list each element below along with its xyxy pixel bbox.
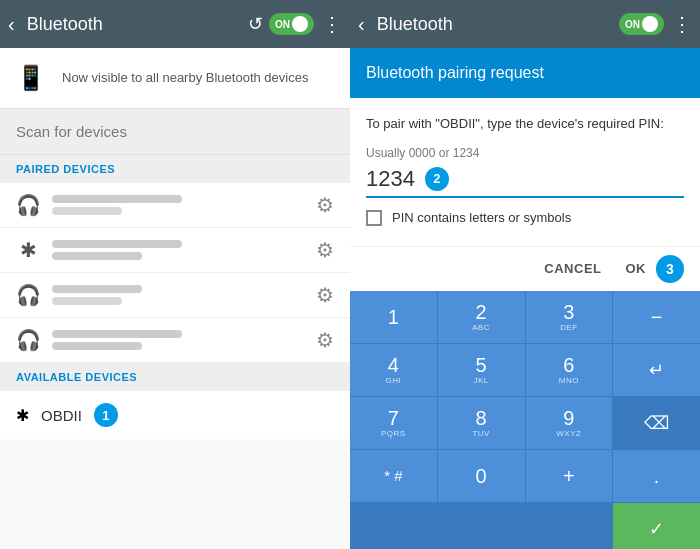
left-more-button[interactable]: ⋮ <box>322 12 342 36</box>
settings-icon[interactable]: ⚙ <box>316 193 334 217</box>
key-7[interactable]: 7 PQRS <box>350 397 437 449</box>
device-status-blur <box>52 252 142 260</box>
numeric-keyboard: 1 2 ABC 3 DEF − 4 GHI 5 JKL 6 MNO ↵ <box>350 291 700 550</box>
device-info <box>52 195 304 215</box>
device-status-blur <box>52 342 142 350</box>
refresh-icon[interactable]: ↺ <box>248 13 263 35</box>
bluetooth-icon: ✱ <box>16 406 29 425</box>
list-item: 🎧 ⚙ <box>0 318 350 363</box>
right-back-button[interactable]: ‹ <box>358 13 365 36</box>
step-1-badge: 1 <box>94 403 118 427</box>
pin-checkbox[interactable] <box>366 210 382 226</box>
key-minus[interactable]: − <box>613 291 700 343</box>
left-top-bar: ‹ Bluetooth ↺ ON ⋮ <box>0 0 350 48</box>
key-5[interactable]: 5 JKL <box>438 344 525 396</box>
headphones-icon: 🎧 <box>16 193 40 217</box>
key-plus[interactable]: + <box>526 450 613 502</box>
device-name-blur <box>52 330 182 338</box>
pin-checkbox-row[interactable]: PIN contains letters or symbols <box>366 210 684 226</box>
device-info <box>52 240 304 260</box>
pairing-dialog: Bluetooth pairing request To pair with "… <box>350 48 700 291</box>
obdii-name: OBDII <box>41 407 82 424</box>
settings-icon[interactable]: ⚙ <box>316 238 334 262</box>
right-bluetooth-toggle[interactable]: ON <box>619 13 664 35</box>
step-2-badge: 2 <box>425 167 449 191</box>
headphones-icon: 🎧 <box>16 328 40 352</box>
cancel-button[interactable]: CANCEL <box>536 255 609 282</box>
key-8[interactable]: 8 TUV <box>438 397 525 449</box>
ok-button-row: OK 3 <box>626 255 685 283</box>
device-name-blur <box>52 195 182 203</box>
key-9[interactable]: 9 WXYZ <box>526 397 613 449</box>
available-section-header: AVAILABLE DEVICES <box>0 363 350 391</box>
list-item: 🎧 ⚙ <box>0 273 350 318</box>
visibility-text: Now visible to all nearby Bluetooth devi… <box>62 69 308 87</box>
settings-icon[interactable]: ⚙ <box>316 328 334 352</box>
left-title: Bluetooth <box>27 14 248 35</box>
list-item: 🎧 ⚙ <box>0 183 350 228</box>
dialog-hint: Usually 0000 or 1234 <box>366 146 684 160</box>
pin-input-row: 1234 2 <box>366 166 684 198</box>
left-panel: ‹ Bluetooth ↺ ON ⋮ 📱 Now visible to all … <box>0 0 350 549</box>
settings-icon[interactable]: ⚙ <box>316 283 334 307</box>
headphones-icon: 🎧 <box>16 283 40 307</box>
device-info <box>52 285 304 305</box>
device-name-blur <box>52 285 142 293</box>
left-back-button[interactable]: ‹ <box>8 13 15 36</box>
list-item: ✱ ⚙ <box>0 228 350 273</box>
scan-bar[interactable]: Scan for devices <box>0 109 350 155</box>
left-toggle-area: ↺ ON <box>248 13 314 35</box>
key-2[interactable]: 2 ABC <box>438 291 525 343</box>
device-info <box>52 330 304 350</box>
key-1[interactable]: 1 <box>350 291 437 343</box>
dialog-body: To pair with "OBDII", type the device's … <box>350 98 700 246</box>
obdii-device-item[interactable]: ✱ OBDII 1 <box>0 391 350 439</box>
right-more-button[interactable]: ⋮ <box>672 12 692 36</box>
step-3-badge: 3 <box>656 255 684 283</box>
key-newline[interactable]: ↵ <box>613 344 700 396</box>
key-backspace[interactable]: ⌫ <box>613 397 700 449</box>
right-title: Bluetooth <box>377 14 619 35</box>
bluetooth-toggle[interactable]: ON <box>269 13 314 35</box>
key-star-hash[interactable]: * # <box>350 450 437 502</box>
device-visibility-row: 📱 Now visible to all nearby Bluetooth de… <box>0 48 350 109</box>
device-status-blur <box>52 297 122 305</box>
toggle-circle <box>292 16 308 32</box>
key-6[interactable]: 6 MNO <box>526 344 613 396</box>
scan-label: Scan for devices <box>16 123 127 140</box>
dialog-title: Bluetooth pairing request <box>350 48 700 98</box>
key-4[interactable]: 4 GHI <box>350 344 437 396</box>
ok-button[interactable]: OK <box>626 261 647 276</box>
key-3[interactable]: 3 DEF <box>526 291 613 343</box>
bluetooth-icon: ✱ <box>16 238 40 262</box>
right-toggle-circle <box>642 16 658 32</box>
device-name-blur <box>52 240 182 248</box>
right-panel: ‹ Bluetooth ON ⋮ Bluetooth pairing reque… <box>350 0 700 549</box>
right-top-bar: ‹ Bluetooth ON ⋮ <box>350 0 700 48</box>
phone-icon: 📱 <box>16 64 46 92</box>
checkbox-label: PIN contains letters or symbols <box>392 210 571 225</box>
key-0[interactable]: 0 <box>438 450 525 502</box>
key-check[interactable]: ✓ <box>613 503 700 550</box>
dialog-message: To pair with "OBDII", type the device's … <box>366 114 684 134</box>
right-toggle-area: ON <box>619 13 664 35</box>
key-dot[interactable]: . <box>613 450 700 502</box>
dialog-buttons: CANCEL OK 3 <box>350 246 700 291</box>
pin-value: 1234 <box>366 166 415 192</box>
paired-section-header: PAIRED DEVICES <box>0 155 350 183</box>
right-toggle-label: ON <box>625 19 640 30</box>
device-status-blur <box>52 207 122 215</box>
toggle-label: ON <box>275 19 290 30</box>
